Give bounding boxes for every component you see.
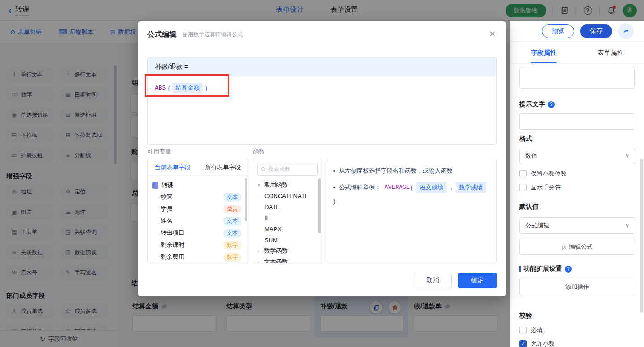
edit-formula-button[interactable]: fx 编辑公式 [519, 239, 635, 255]
option-allow-decimal[interactable]: ✓ 允许小数 [519, 340, 635, 347]
variable-row-remaining-fee[interactable]: 剩余费用 数字 [148, 251, 248, 263]
canvas-actions: 预览 保存 [510, 21, 644, 42]
chevron-collapsed-icon: › [257, 249, 262, 254]
close-paren: ) [204, 85, 208, 91]
formula-editor[interactable]: 补缴/退款 = ABS ( 结算金额 ) [147, 57, 497, 145]
save-button[interactable]: 保存 [580, 24, 612, 38]
function-group-math[interactable]: › 数学函数 [253, 245, 322, 256]
share-button[interactable] [618, 23, 634, 39]
variable-row-student[interactable]: 学员 成员 [148, 203, 248, 215]
chevron-collapsed-icon: › [257, 260, 262, 264]
variables-scrollbar[interactable] [245, 178, 247, 221]
type-badge: 数字 [223, 241, 242, 250]
tab-field-properties[interactable]: 字段属性 [510, 42, 577, 63]
cancel-button[interactable]: 取消 [414, 273, 452, 288]
example-function: AVERAGE [385, 183, 410, 192]
validation-title: 校验 [519, 312, 635, 320]
modal-subtitle: 使用数学运算符编辑公式 [182, 31, 243, 39]
function-item-date[interactable]: DATE [253, 201, 322, 212]
formula-editor-modal: 公式编辑 使用数学运算符编辑公式 ✕ 补缴/退款 = ABS ( 结算金额 ) … [138, 21, 506, 296]
tab-current-form-fields[interactable]: 当前表单字段 [148, 163, 198, 171]
formula-expression[interactable]: ABS ( 结算金额 ) [148, 76, 496, 99]
extension-settings-title: 功能扩展设置 ? [519, 265, 635, 273]
preview-button[interactable]: 预览 [542, 24, 574, 38]
type-badge: 数字 [223, 253, 242, 262]
formula-field-chip[interactable]: 结算金额 [172, 83, 203, 93]
hint-text-label: 提示文字 ? [519, 100, 635, 108]
variables-tree: 转课 校区 文本 学员 成员 姓名 文本 转出项目 文本 剩余课时 数字 [148, 176, 248, 263]
modal-header: 公式编辑 使用数学运算符编辑公式 ✕ [138, 21, 506, 48]
variables-tabs: 当前表单字段 所有表单字段 [148, 159, 248, 176]
variables-label: 可用变量 [147, 148, 171, 156]
description-textarea[interactable] [519, 67, 635, 89]
functions-label: 函数 [253, 148, 265, 156]
search-icon [261, 166, 266, 172]
formula-target: 补缴/退款 = [148, 58, 496, 76]
chevron-down-icon: ∨ [625, 222, 629, 229]
functions-panel: ∨ 常用函数 CONCATENATE DATE IF MAPX SUM › 数学… [253, 159, 322, 263]
variable-row-remaining-hours[interactable]: 剩余课时 数字 [148, 239, 248, 251]
form-doc-icon [152, 182, 158, 189]
function-search-input[interactable] [268, 166, 314, 172]
variables-panel: 当前表单字段 所有表单字段 转课 校区 文本 学员 成员 姓名 文本 转出项目 [147, 159, 248, 263]
function-item-concatenate[interactable]: CONCATENATE [253, 190, 322, 201]
type-badge: 文本 [223, 193, 242, 202]
extension-help-icon[interactable]: ? [565, 266, 572, 273]
panel-tabs: 字段属性 表单属性 [510, 42, 644, 64]
default-value-select[interactable]: 公式编辑 ∨ [519, 217, 635, 234]
confirm-button[interactable]: 确定 [458, 273, 497, 288]
fx-icon: fx [562, 243, 566, 250]
share-arrow-icon [623, 28, 630, 34]
modal-footer: 取消 确定 [414, 273, 497, 288]
format-select[interactable]: 数值 ∨ [519, 148, 635, 164]
close-icon[interactable]: ✕ [489, 30, 496, 38]
functions-scrollbar[interactable] [318, 178, 321, 233]
tab-form-properties[interactable]: 表单属性 [577, 42, 644, 63]
default-value-label: 默认值 [519, 203, 635, 211]
function-item-mapx[interactable]: MAPX [253, 223, 322, 234]
modal-title: 公式编辑 [147, 30, 177, 40]
hint-help-icon[interactable]: ? [548, 101, 555, 108]
variable-row-name[interactable]: 姓名 文本 [148, 215, 248, 227]
option-thousand-separator[interactable]: 显示千分符 [519, 183, 635, 192]
chevron-expanded-icon: ∨ [257, 182, 262, 188]
example-field-chip: 数学成绩 [456, 182, 486, 193]
panel-scrollbar[interactable] [640, 159, 643, 313]
bullet-icon [334, 170, 335, 172]
type-badge: 成员 [223, 205, 242, 214]
bullet-icon [334, 187, 335, 188]
hint-text-input[interactable] [519, 113, 635, 130]
tab-all-form-fields[interactable]: 所有表单字段 [198, 163, 248, 171]
formula-function: ABS [155, 85, 166, 91]
modal-overlay-top [0, 0, 644, 21]
help-line-1: 从左侧面板选择字段名和函数，或输入函数 [334, 166, 490, 176]
option-required[interactable]: 必填 [519, 326, 635, 335]
checkbox-unchecked[interactable] [519, 184, 527, 191]
function-item-if[interactable]: IF [253, 212, 322, 223]
variable-row-campus[interactable]: 校区 文本 [148, 191, 248, 203]
properties-panel: 预览 保存 字段属性 表单属性 提示文字 ? 格式 数值 ∨ 保留小数位数 显示… [510, 21, 644, 347]
type-badge: 文本 [223, 229, 242, 238]
add-action-button[interactable]: 添加操作 [519, 279, 635, 295]
function-group-text[interactable]: › 文本函数 [253, 256, 322, 263]
function-item-sum[interactable]: SUM [253, 234, 322, 245]
checkbox-unchecked[interactable] [519, 170, 527, 177]
variable-row-transfer-out[interactable]: 转出项目 文本 [148, 227, 248, 239]
function-search[interactable] [257, 163, 318, 176]
example-field-chip: 语文成绩 [416, 182, 447, 193]
function-group-common[interactable]: ∨ 常用函数 [253, 179, 322, 190]
help-panel: 从左侧面板选择字段名和函数，或输入函数 公式编辑举例： AVERAGE ( 语文… [327, 159, 497, 263]
open-paren: ( [167, 85, 171, 91]
section-bar [519, 266, 521, 272]
format-label: 格式 [519, 135, 635, 143]
type-badge: 文本 [223, 217, 242, 226]
chevron-down-icon: ∨ [625, 153, 629, 159]
option-keep-decimals[interactable]: 保留小数位数 [519, 170, 635, 178]
checkbox-unchecked[interactable] [519, 327, 527, 334]
help-line-2: 公式编辑举例： AVERAGE ( 语文成绩 , 数学成绩 ) [334, 182, 490, 206]
checkbox-checked[interactable]: ✓ [519, 340, 527, 347]
tree-node-form[interactable]: 转课 [148, 179, 248, 191]
